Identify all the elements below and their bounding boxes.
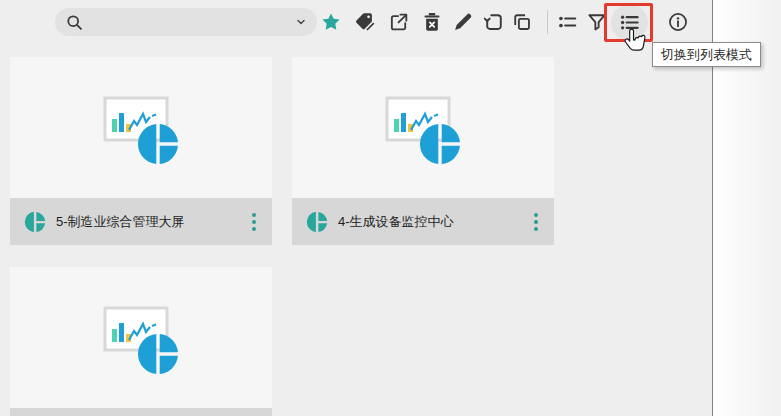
- dashboard-thumbnail-icon: [385, 96, 470, 166]
- dashboard-card[interactable]: [10, 267, 272, 416]
- share-button[interactable]: [385, 8, 413, 36]
- more-options-button[interactable]: [244, 207, 264, 237]
- share-icon: [388, 11, 410, 33]
- list-view-button[interactable]: [611, 4, 648, 41]
- card-preview[interactable]: [10, 267, 272, 408]
- dashboard-thumbnail-icon: [103, 96, 188, 166]
- info-icon: [667, 11, 689, 33]
- card-footer: [10, 408, 272, 416]
- card-preview[interactable]: [10, 57, 272, 198]
- filter-icon: [586, 11, 608, 33]
- card-footer: 5-制造业综合管理大屏: [10, 198, 272, 245]
- info-button[interactable]: [664, 8, 692, 36]
- dashboard-card[interactable]: 5-制造业综合管理大屏: [10, 57, 272, 245]
- search-box[interactable]: [55, 8, 317, 36]
- favorite-button[interactable]: [317, 8, 345, 36]
- pie-chart-badge-icon: [24, 211, 46, 233]
- copy-button[interactable]: [508, 8, 536, 36]
- batch-operation-button[interactable]: [553, 8, 581, 36]
- tag-icon: [354, 11, 376, 33]
- batch-operation-icon: [556, 11, 578, 33]
- toolbar: [0, 0, 712, 50]
- edit-button[interactable]: [449, 8, 477, 36]
- card-footer: 4-生成设备监控中心: [292, 198, 554, 245]
- more-options-button[interactable]: [526, 207, 546, 237]
- filter-button[interactable]: [583, 8, 611, 36]
- card-title: 4-生成设备监控中心: [338, 213, 526, 231]
- tag-button[interactable]: [351, 8, 379, 36]
- move-button[interactable]: [480, 8, 508, 36]
- search-icon: [64, 12, 85, 33]
- delete-icon: [421, 11, 443, 33]
- favorite-star-icon: [320, 11, 342, 33]
- tooltip: 切换到列表模式: [652, 42, 761, 67]
- card-preview[interactable]: [292, 57, 554, 198]
- edit-icon: [452, 11, 474, 33]
- chevron-down-icon[interactable]: [292, 13, 310, 31]
- delete-button[interactable]: [418, 8, 446, 36]
- list-view-icon: [618, 11, 641, 34]
- move-icon: [483, 11, 505, 33]
- dashboard-card[interactable]: 4-生成设备监控中心: [292, 57, 554, 245]
- toolbar-divider: [547, 10, 548, 34]
- search-input[interactable]: [55, 8, 317, 36]
- card-title: 5-制造业综合管理大屏: [56, 213, 244, 231]
- pie-chart-badge-icon: [306, 211, 328, 233]
- copy-icon: [511, 11, 533, 33]
- dashboard-thumbnail-icon: [103, 306, 188, 376]
